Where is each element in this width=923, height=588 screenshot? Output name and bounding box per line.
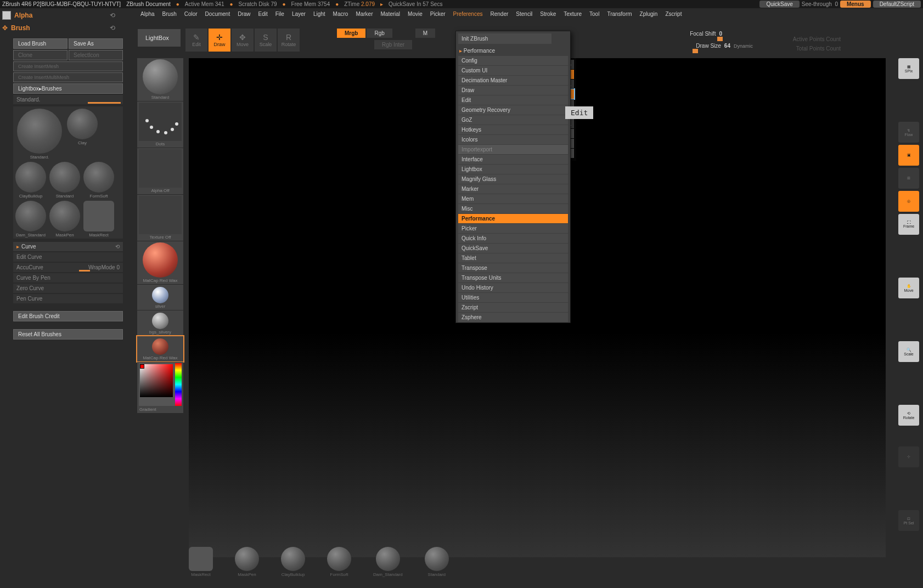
material-bgs-silvery[interactable]: bgs_silvery [137, 310, 183, 336]
floor-button[interactable]: ⊞ [898, 168, 919, 189]
menu-zscript[interactable]: Zscript [662, 10, 685, 18]
stroke-tray[interactable]: Dots [137, 101, 183, 148]
menu-tool[interactable]: Tool [586, 10, 603, 18]
brush-standard-[interactable]: Standard. [14, 108, 65, 160]
rotate-button[interactable]: ⟲Rotate [898, 405, 919, 426]
pref-tablet[interactable]: Tablet [458, 253, 568, 263]
bottom-brush-claybuildup[interactable]: ClayBuildup [281, 547, 305, 577]
pref-misc[interactable]: Misc [458, 204, 568, 213]
brush-maskpen[interactable]: MaskPen [48, 200, 81, 238]
menu-stencil[interactable]: Stencil [513, 10, 536, 18]
rgb-inter-chip[interactable]: Rgb Inter [374, 40, 412, 49]
pref-mem[interactable]: Mem [458, 194, 568, 203]
move-button[interactable]: ✋Move [898, 278, 919, 298]
clone-button[interactable]: Clone [13, 50, 67, 60]
pref-utilities[interactable]: Utilities [458, 293, 568, 302]
material-silver[interactable]: silver [137, 285, 183, 310]
default-zscript-button[interactable]: DefaultZScript [873, 1, 921, 8]
material-redwax2[interactable]: MatCap Red Wax [137, 336, 183, 361]
pref-icolors[interactable]: Icolors [458, 135, 568, 144]
mode-draw[interactable]: ✛Draw [209, 29, 230, 52]
pref-quicksave[interactable]: QuickSave [458, 244, 568, 253]
brush-expand-icon[interactable]: ⟲ [110, 24, 115, 32]
alpha-thumb-icon[interactable] [2, 11, 11, 20]
menu-edit[interactable]: Edit [255, 10, 271, 18]
spix-button[interactable]: ▦SPix [898, 58, 919, 79]
ptsel-button[interactable]: ⊡Pt Sel [898, 510, 919, 531]
brush-standard[interactable]: Standard [48, 161, 81, 199]
mode-move[interactable]: ✥Move [232, 29, 254, 52]
menu-macro[interactable]: Macro [330, 10, 352, 18]
material-tray[interactable]: MatCap Red Wax [137, 241, 183, 284]
brush-palette-label[interactable]: Brush [11, 24, 30, 32]
pref-zsphere[interactable]: Zsphere [458, 313, 568, 322]
pref-picker[interactable]: Picker [458, 224, 568, 233]
pref-transpose-units[interactable]: Transpose Units [458, 273, 568, 282]
pref-goz[interactable]: GoZ [458, 115, 568, 125]
focal-shift-slider[interactable] [687, 38, 753, 39]
alpha-tray[interactable]: Alpha Off [137, 148, 183, 194]
create-insertmultimesh-button[interactable]: Create InsertMultiMesh [13, 72, 123, 82]
pref-transpose[interactable]: Transpose [458, 263, 568, 273]
lightbox-button[interactable]: LightBox [137, 29, 181, 47]
menu-movie[interactable]: Movie [404, 10, 426, 18]
dynamic-label[interactable]: Dynamic [734, 43, 753, 49]
menu-texture[interactable]: Texture [560, 10, 585, 18]
frame-button[interactable]: ⛶Frame [898, 214, 919, 235]
mode-scale[interactable]: SScale [255, 29, 277, 52]
seethrough-label[interactable]: See-through 0 [802, 1, 838, 7]
menus-button[interactable]: Menus [840, 1, 871, 8]
pref-zscript[interactable]: Zscript [458, 303, 568, 312]
curve-section-header[interactable]: ▸Curve⟲ [13, 242, 123, 251]
chip-m[interactable]: M [415, 29, 435, 38]
pref-interface[interactable]: Interface [458, 155, 568, 164]
bottom-brush-standard[interactable]: Standard [425, 547, 449, 577]
pref-performance[interactable]: Performance [458, 214, 568, 223]
alpha-expand-icon[interactable]: ⟲ [110, 12, 115, 19]
lightbox-brushes-button[interactable]: Lightbox▸Brushes [13, 83, 123, 94]
pref-edit[interactable]: Edit [458, 95, 568, 105]
menu-preferences[interactable]: Preferences [450, 10, 486, 18]
pref-lightbox[interactable]: Lightbox [458, 165, 568, 174]
pref-decimation-master[interactable]: Decimation Master [458, 76, 568, 85]
scale-button[interactable]: 🔍Scale [898, 341, 919, 362]
menu-material[interactable]: Material [378, 10, 404, 18]
edit-curve-item[interactable]: Edit Curve [13, 252, 123, 262]
menu-stroke[interactable]: Stroke [537, 10, 559, 18]
brush-clay[interactable]: Clay [66, 108, 99, 160]
quicksave-button[interactable]: QuickSave [759, 1, 799, 8]
save-as-button[interactable]: Save As [69, 38, 123, 49]
xyz-button[interactable]: ⊹ [898, 446, 919, 467]
menu-picker[interactable]: Picker [427, 10, 449, 18]
bottom-brush-dam-standard[interactable]: Dam_Standard [373, 547, 403, 577]
load-brush-button[interactable]: Load Brush [13, 38, 67, 49]
pen-curve-item[interactable]: Pen Curve [13, 294, 123, 303]
color-picker-tray[interactable]: Gradient [137, 362, 183, 413]
menu-color[interactable]: Color [181, 10, 201, 18]
edit-brush-credit-button[interactable]: Edit Brush Credit [13, 311, 123, 321]
menu-document[interactable]: Document [202, 10, 234, 18]
create-insertmesh-button[interactable]: Create InsertMesh [13, 61, 123, 71]
brush-formsoft[interactable]: FormSoft [82, 161, 115, 199]
menu-transform[interactable]: Transform [604, 10, 635, 18]
brush-tray[interactable]: Standard [137, 58, 183, 101]
mode-rotate[interactable]: RRotate [278, 29, 300, 52]
persp-button[interactable]: ▣ [898, 145, 919, 166]
flow-button[interactable]: ↯Flow [898, 122, 919, 143]
menu-light[interactable]: Light [310, 10, 329, 18]
brush-dam-standard[interactable]: Dam_Standard [14, 200, 47, 238]
local-button[interactable]: ◎ [898, 191, 919, 212]
color-picker[interactable] [139, 363, 182, 406]
texture-tray[interactable]: Texture Off [137, 195, 183, 241]
draw-size-slider[interactable] [687, 50, 753, 52]
bottom-brush-maskrect[interactable]: MaskRect [189, 547, 213, 577]
pref-hotkeys[interactable]: Hotkeys [458, 125, 568, 134]
chip-mrgb[interactable]: Mrgb [337, 29, 365, 38]
brush-claybuildup[interactable]: ClayBuildup [14, 161, 47, 199]
alpha-palette-label[interactable]: Alpha [14, 12, 32, 19]
menu-marker[interactable]: Marker [352, 10, 376, 18]
pref-importexport[interactable]: Importexport [458, 145, 568, 154]
pref-magnify-glass[interactable]: Magnify Glass [458, 174, 568, 184]
menu-brush[interactable]: Brush [159, 10, 180, 18]
mode-edit[interactable]: ✎Edit [185, 29, 207, 52]
